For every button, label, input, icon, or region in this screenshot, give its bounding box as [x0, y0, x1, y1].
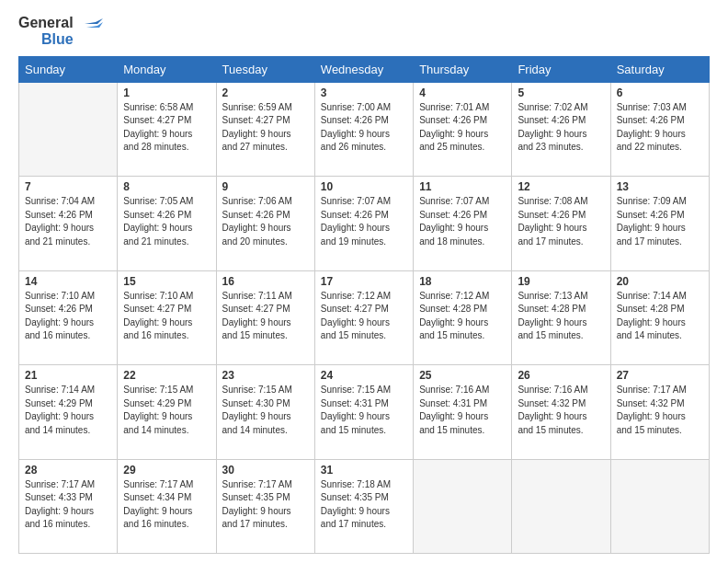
day-info: Sunrise: 7:10 AMSunset: 4:27 PMDaylight:… — [123, 290, 210, 343]
day-info: Sunrise: 6:58 AMSunset: 4:27 PMDaylight:… — [123, 101, 210, 155]
calendar-cell: 9Sunrise: 7:06 AMSunset: 4:26 PMDaylight… — [216, 177, 314, 270]
day-number: 25 — [419, 369, 506, 382]
logo: General Blue — [18, 15, 103, 49]
calendar-cell: 7Sunrise: 7:04 AMSunset: 4:26 PMDaylight… — [19, 177, 118, 270]
day-info: Sunrise: 7:17 AMSunset: 4:34 PMDaylight:… — [123, 478, 210, 532]
header-row: SundayMondayTuesdayWednesdayThursdayFrid… — [19, 56, 710, 82]
day-info: Sunrise: 6:59 AMSunset: 4:27 PMDaylight:… — [222, 101, 309, 155]
day-number: 31 — [321, 464, 407, 477]
day-info: Sunrise: 7:13 AMSunset: 4:28 PMDaylight:… — [518, 290, 604, 343]
day-number: 8 — [123, 180, 210, 193]
calendar-cell: 18Sunrise: 7:12 AMSunset: 4:28 PMDayligh… — [414, 270, 512, 364]
day-number: 9 — [222, 180, 309, 193]
day-number: 11 — [419, 180, 506, 193]
calendar-cell: 22Sunrise: 7:15 AMSunset: 4:29 PMDayligh… — [118, 365, 216, 459]
day-number: 3 — [321, 86, 407, 99]
day-number: 15 — [123, 275, 210, 288]
day-number: 21 — [25, 369, 111, 382]
day-info: Sunrise: 7:09 AMSunset: 4:26 PMDaylight:… — [617, 195, 703, 248]
day-info: Sunrise: 7:15 AMSunset: 4:29 PMDaylight:… — [123, 384, 210, 437]
day-info: Sunrise: 7:15 AMSunset: 4:30 PMDaylight:… — [222, 384, 309, 437]
day-header: Wednesday — [314, 56, 413, 82]
day-number: 2 — [222, 86, 309, 99]
day-info: Sunrise: 7:17 AMSunset: 4:35 PMDaylight:… — [222, 478, 309, 532]
day-info: Sunrise: 7:17 AMSunset: 4:32 PMDaylight:… — [617, 384, 703, 437]
day-info: Sunrise: 7:14 AMSunset: 4:28 PMDaylight:… — [617, 290, 703, 343]
week-row: 14Sunrise: 7:10 AMSunset: 4:26 PMDayligh… — [19, 270, 710, 364]
day-info: Sunrise: 7:01 AMSunset: 4:26 PMDaylight:… — [419, 101, 506, 155]
day-info: Sunrise: 7:16 AMSunset: 4:32 PMDaylight:… — [518, 384, 604, 437]
day-info: Sunrise: 7:07 AMSunset: 4:26 PMDaylight:… — [419, 195, 506, 248]
day-number: 17 — [321, 275, 407, 288]
day-info: Sunrise: 7:16 AMSunset: 4:31 PMDaylight:… — [419, 384, 506, 437]
day-number: 16 — [222, 275, 309, 288]
day-info: Sunrise: 7:10 AMSunset: 4:26 PMDaylight:… — [25, 290, 111, 343]
day-info: Sunrise: 7:08 AMSunset: 4:26 PMDaylight:… — [518, 195, 604, 248]
day-number: 4 — [419, 86, 506, 99]
calendar-cell: 1Sunrise: 6:58 AMSunset: 4:27 PMDaylight… — [118, 82, 216, 176]
day-number: 10 — [321, 180, 407, 193]
calendar-cell: 4Sunrise: 7:01 AMSunset: 4:26 PMDaylight… — [414, 82, 512, 176]
calendar-cell: 5Sunrise: 7:02 AMSunset: 4:26 PMDaylight… — [512, 82, 610, 176]
calendar-cell: 27Sunrise: 7:17 AMSunset: 4:32 PMDayligh… — [610, 365, 709, 459]
svg-marker-0 — [85, 18, 103, 24]
calendar-cell — [19, 82, 118, 176]
day-info: Sunrise: 7:12 AMSunset: 4:28 PMDaylight:… — [419, 290, 506, 343]
day-info: Sunrise: 7:11 AMSunset: 4:27 PMDaylight:… — [222, 290, 309, 343]
calendar-cell: 30Sunrise: 7:17 AMSunset: 4:35 PMDayligh… — [216, 459, 314, 553]
calendar-cell: 23Sunrise: 7:15 AMSunset: 4:30 PMDayligh… — [216, 365, 314, 459]
day-info: Sunrise: 7:02 AMSunset: 4:26 PMDaylight:… — [518, 101, 604, 155]
calendar-cell: 10Sunrise: 7:07 AMSunset: 4:26 PMDayligh… — [314, 177, 413, 270]
calendar-cell: 16Sunrise: 7:11 AMSunset: 4:27 PMDayligh… — [216, 270, 314, 364]
calendar-cell — [512, 459, 610, 553]
logo-text: General Blue — [18, 15, 103, 49]
day-header: Tuesday — [216, 56, 314, 82]
week-row: 1Sunrise: 6:58 AMSunset: 4:27 PMDaylight… — [19, 82, 710, 176]
calendar-cell: 31Sunrise: 7:18 AMSunset: 4:35 PMDayligh… — [314, 459, 413, 553]
day-number: 23 — [222, 369, 309, 382]
day-info: Sunrise: 7:06 AMSunset: 4:26 PMDaylight:… — [222, 195, 309, 248]
calendar-cell: 24Sunrise: 7:15 AMSunset: 4:31 PMDayligh… — [314, 365, 413, 459]
day-number: 29 — [123, 464, 210, 477]
day-header: Thursday — [414, 56, 512, 82]
calendar-cell — [610, 459, 709, 553]
day-number: 22 — [123, 369, 210, 382]
day-number: 27 — [617, 369, 703, 382]
day-number: 18 — [419, 275, 506, 288]
week-row: 7Sunrise: 7:04 AMSunset: 4:26 PMDaylight… — [19, 177, 710, 270]
calendar-cell: 26Sunrise: 7:16 AMSunset: 4:32 PMDayligh… — [512, 365, 610, 459]
day-info: Sunrise: 7:15 AMSunset: 4:31 PMDaylight:… — [321, 384, 407, 437]
calendar-cell: 29Sunrise: 7:17 AMSunset: 4:34 PMDayligh… — [118, 459, 216, 553]
day-number: 30 — [222, 464, 309, 477]
day-number: 28 — [25, 464, 111, 477]
day-number: 19 — [518, 275, 604, 288]
logo-bird-icon — [77, 18, 103, 44]
day-header: Saturday — [610, 56, 709, 82]
calendar-cell: 25Sunrise: 7:16 AMSunset: 4:31 PMDayligh… — [414, 365, 512, 459]
day-number: 20 — [617, 275, 703, 288]
day-info: Sunrise: 7:04 AMSunset: 4:26 PMDaylight:… — [25, 195, 111, 248]
calendar: SundayMondayTuesdayWednesdayThursdayFrid… — [18, 56, 710, 554]
calendar-cell: 12Sunrise: 7:08 AMSunset: 4:26 PMDayligh… — [512, 177, 610, 270]
day-number: 6 — [617, 86, 703, 99]
day-number: 7 — [25, 180, 111, 193]
calendar-cell: 19Sunrise: 7:13 AMSunset: 4:28 PMDayligh… — [512, 270, 610, 364]
calendar-cell: 8Sunrise: 7:05 AMSunset: 4:26 PMDaylight… — [118, 177, 216, 270]
day-info: Sunrise: 7:18 AMSunset: 4:35 PMDaylight:… — [321, 478, 407, 532]
calendar-cell: 3Sunrise: 7:00 AMSunset: 4:26 PMDaylight… — [314, 82, 413, 176]
day-number: 13 — [617, 180, 703, 193]
day-header: Monday — [118, 56, 216, 82]
calendar-cell: 15Sunrise: 7:10 AMSunset: 4:27 PMDayligh… — [118, 270, 216, 364]
day-header: Sunday — [19, 56, 118, 82]
day-header: Friday — [512, 56, 610, 82]
calendar-cell: 20Sunrise: 7:14 AMSunset: 4:28 PMDayligh… — [610, 270, 709, 364]
day-number: 14 — [25, 275, 111, 288]
day-info: Sunrise: 7:17 AMSunset: 4:33 PMDaylight:… — [25, 478, 111, 532]
calendar-cell: 21Sunrise: 7:14 AMSunset: 4:29 PMDayligh… — [19, 365, 118, 459]
calendar-cell: 14Sunrise: 7:10 AMSunset: 4:26 PMDayligh… — [19, 270, 118, 364]
calendar-cell — [414, 459, 512, 553]
calendar-cell: 13Sunrise: 7:09 AMSunset: 4:26 PMDayligh… — [610, 177, 709, 270]
calendar-cell: 28Sunrise: 7:17 AMSunset: 4:33 PMDayligh… — [19, 459, 118, 553]
day-info: Sunrise: 7:14 AMSunset: 4:29 PMDaylight:… — [25, 384, 111, 437]
calendar-cell: 6Sunrise: 7:03 AMSunset: 4:26 PMDaylight… — [610, 82, 709, 176]
